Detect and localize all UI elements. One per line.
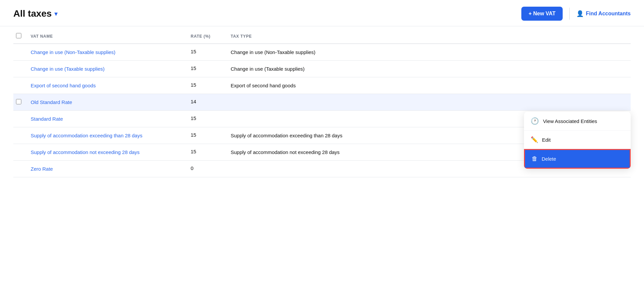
menu-item-view[interactable]: 🕐 View Associated Entities xyxy=(524,112,631,131)
row-vat-name-cell: Standard Rate xyxy=(28,111,188,127)
header-rate: RATE (%) xyxy=(188,29,228,44)
row-checkbox-cell xyxy=(13,161,28,177)
row-rate-cell: 15 xyxy=(188,44,228,61)
clock-icon: 🕐 xyxy=(531,117,539,125)
row-vat-name-cell: Supply of accommodation exceeding than 2… xyxy=(28,127,188,144)
person-icon: 👤 xyxy=(576,10,584,17)
row-tax-type-cell: Change in use (Taxable supplies) xyxy=(228,61,631,77)
vat-name-link[interactable]: Change in use (Non-Taxable supplies) xyxy=(31,49,115,55)
header-left: All taxes ▾ xyxy=(13,8,58,19)
row-tax-type-cell: Change in use (Non-Taxable supplies) xyxy=(228,44,631,61)
table-header-row: VAT NAME RATE (%) TAX TYPE xyxy=(13,29,631,44)
row-vat-name-cell: Change in use (Non-Taxable supplies) xyxy=(28,44,188,61)
page-title: All taxes xyxy=(13,8,52,19)
table-row: Change in use (Taxable supplies)15Change… xyxy=(13,61,631,77)
row-rate-cell: 15 xyxy=(188,144,228,161)
row-checkbox-cell xyxy=(13,144,28,161)
row-checkbox-cell xyxy=(13,61,28,77)
header-vat-name: VAT NAME xyxy=(28,29,188,44)
row-checkbox-cell xyxy=(13,44,28,61)
find-accountants-button[interactable]: 👤 Find Accountants xyxy=(576,10,631,17)
new-vat-button[interactable]: + New VAT xyxy=(521,7,563,21)
select-all-checkbox[interactable] xyxy=(16,33,21,38)
row-checkbox-cell xyxy=(13,94,28,111)
vat-name-link[interactable]: Change in use (Taxable supplies) xyxy=(31,66,105,72)
table-row: Change in use (Non-Taxable supplies)15Ch… xyxy=(13,44,631,61)
row-checkbox-cell xyxy=(13,111,28,127)
pencil-icon: ✏️ xyxy=(531,136,538,143)
vat-name-link[interactable]: Old Standard Rate xyxy=(31,99,72,105)
row-tax-type-cell xyxy=(228,94,631,111)
menu-item-delete[interactable]: 🗑 Delete xyxy=(524,149,631,169)
row-rate-cell: 15 xyxy=(188,77,228,94)
header-divider xyxy=(569,8,570,20)
row-checkbox[interactable] xyxy=(16,99,21,104)
row-vat-name-cell: Supply of accommodation not exceeding 28… xyxy=(28,144,188,161)
title-dropdown-arrow[interactable]: ▾ xyxy=(54,10,58,18)
menu-item-edit[interactable]: ✏️ Edit xyxy=(524,131,631,149)
row-tax-type-cell: Export of second hand goods xyxy=(228,77,631,94)
context-dropdown-menu: 🕐 View Associated Entities ✏️ Edit 🗑 Del… xyxy=(524,112,631,169)
page-header: All taxes ▾ + New VAT 👤 Find Accountants xyxy=(0,0,644,26)
row-rate-cell: 15 xyxy=(188,111,228,127)
menu-item-edit-label: Edit xyxy=(542,137,551,143)
vat-name-link[interactable]: Standard Rate xyxy=(31,116,63,122)
row-rate-cell: 14 xyxy=(188,94,228,111)
row-rate-cell: 0 xyxy=(188,161,228,177)
header-tax-type: TAX TYPE xyxy=(228,29,631,44)
table-row: Old Standard Rate14 xyxy=(13,94,631,111)
menu-item-view-label: View Associated Entities xyxy=(543,118,597,124)
row-vat-name-cell: Export of second hand goods xyxy=(28,77,188,94)
row-vat-name-cell: Old Standard Rate xyxy=(28,94,188,111)
vat-name-link[interactable]: Zero Rate xyxy=(31,166,53,172)
table-row: Export of second hand goods15Export of s… xyxy=(13,77,631,94)
row-vat-name-cell: Change in use (Taxable supplies) xyxy=(28,61,188,77)
tax-table-wrapper: VAT NAME RATE (%) TAX TYPE Change in use… xyxy=(0,29,644,177)
row-rate-cell: 15 xyxy=(188,61,228,77)
row-checkbox-cell xyxy=(13,127,28,144)
header-right: + New VAT 👤 Find Accountants xyxy=(521,7,631,21)
trash-icon: 🗑 xyxy=(532,155,538,162)
menu-item-delete-label: Delete xyxy=(542,156,556,162)
row-checkbox-cell xyxy=(13,77,28,94)
row-rate-cell: 15 xyxy=(188,127,228,144)
vat-name-link[interactable]: Supply of accommodation not exceeding 28… xyxy=(31,149,140,155)
vat-name-link[interactable]: Export of second hand goods xyxy=(31,83,96,88)
header-checkbox-col xyxy=(13,29,28,44)
row-vat-name-cell: Zero Rate xyxy=(28,161,188,177)
vat-name-link[interactable]: Supply of accommodation exceeding than 2… xyxy=(31,133,142,138)
